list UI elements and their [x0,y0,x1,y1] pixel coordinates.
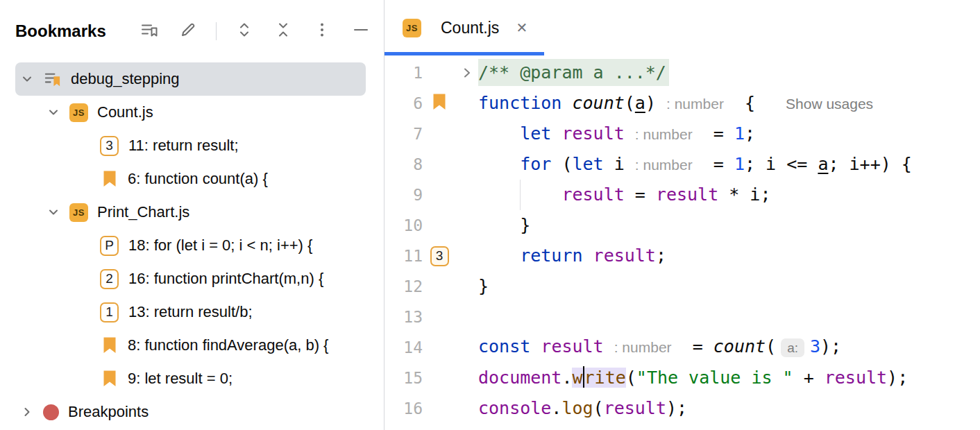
code-token: w [572,368,582,388]
tree-item-label: debug_stepping [71,70,180,88]
tree-item-label: 8: function findAverage(a, b) { [128,336,328,354]
tree-item-label: 13: return result/b; [128,303,253,321]
show-usages-link[interactable]: Show usages [786,96,873,112]
panel-title: Bookmarks [15,22,106,41]
code-line-12[interactable]: 12} [385,271,980,302]
code-token: result [825,368,887,388]
code-token: result [604,398,666,418]
type-inlay-hint: : number [635,157,693,173]
tree-item-18-for-let-i-0-i-n-i[interactable]: P18: for (let i = 0; i < n; i++) { [15,229,366,262]
code-text: } [478,271,489,302]
tree-item-label: 11: return result; [128,137,239,155]
code-line-1[interactable]: 1/** @param a ...*/ [385,58,980,88]
bookmark-list-icon [43,69,62,89]
tree-item-6-function-count-a[interactable]: 6: function count(a) { [15,162,366,196]
code-token [551,123,561,144]
line-number: 13 [385,308,423,326]
code-line-14[interactable]: 14const result : number = count(a:3); [385,332,980,363]
type-inlay-hint: : number [635,126,693,142]
minimize-icon [351,20,371,42]
code-token: 1 [734,123,745,144]
code-token [625,123,635,144]
tree-item-debug-stepping[interactable]: debug_stepping [15,62,366,96]
code-line-16[interactable]: 16console.log(result); [385,393,980,424]
code-token: ( [593,398,604,418]
bookmark-icon [100,369,119,388]
gutter[interactable] [423,93,456,114]
code-line-11[interactable]: 113 return result; [385,241,980,271]
code-token: ; [745,154,766,174]
code-token: = [672,336,713,356]
expand-all-button[interactable] [233,20,255,42]
tree-item-label: 6: function count(a) { [128,170,268,188]
type-inlay-hint: : number [614,339,672,355]
js-file-icon: JS [69,203,88,222]
code-token [583,246,593,266]
code-token: i [766,154,776,174]
tree-item-16-function-printchart-m-n[interactable]: 216: function printChart(m,n) { [15,262,366,295]
code-line-6[interactable]: 6function count(a) : number {Show usages [385,88,980,119]
bookmarks-toolbar [138,20,372,42]
code-line-7[interactable]: 7 let result : number = 1; [385,119,980,149]
line-number: 10 [385,216,423,234]
tree-item-11-return-result[interactable]: 311: return result; [15,129,366,162]
kebab-menu-icon [312,20,332,42]
code-token: document [478,368,561,388]
more-options-button[interactable] [311,20,333,42]
chevron-down-icon[interactable] [46,205,61,220]
bookmarks-tree: debug_steppingJSCount.js311: return resu… [0,62,384,430]
code-token: let [520,123,551,144]
chevron-right-icon[interactable] [19,404,35,420]
code-editor[interactable]: 1/** @param a ...*/6function count(a) : … [385,55,980,430]
code-token [478,154,520,174]
code-token: ); [820,336,841,356]
line-number: 15 [385,369,423,387]
tree-item-print-chart-js[interactable]: JSPrint_Chart.js [15,196,366,229]
new-bookmark-list-button[interactable] [138,20,160,42]
code-token: = [693,154,734,174]
line-number: 6 [385,94,423,112]
code-line-15[interactable]: 15document.write("The value is " + resul… [385,363,980,393]
new-bookmark-list-icon [140,20,159,42]
code-token: a [818,154,828,174]
tree-item-breakpoints[interactable]: Breakpoints [15,395,366,429]
tree-item-9-let-result-0[interactable]: 9: let result = 0; [15,362,366,395]
code-token: = [625,184,656,205]
code-token: + [793,368,825,388]
collapse-all-button[interactable] [272,20,294,42]
line-number: 16 [385,399,423,418]
code-token: result [656,184,718,205]
fold-arrow-icon[interactable] [456,66,478,80]
toolbar-separator [216,22,217,40]
tree-item-count-js[interactable]: JSCount.js [15,96,366,129]
code-token [625,154,635,174]
code-token: <= [776,154,818,174]
code-token [604,336,614,356]
code-line-13[interactable]: 13 [385,302,980,332]
tree-item-label: 16: function printChart(m,n) { [128,270,323,288]
close-tab-icon[interactable]: ✕ [516,19,527,36]
code-token: i [750,184,760,205]
chevron-down-icon[interactable] [19,71,35,87]
code-token: count [713,336,766,356]
tab-count-js[interactable]: JS Count.js ✕ [385,0,544,55]
bookmark-mnemonic-badge: 3 [100,136,119,156]
chevron-down-icon[interactable] [46,105,61,120]
code-token: result [593,246,656,266]
code-line-8[interactable]: 8 for (let i : number = 1; i <= a; i++) … [385,149,980,180]
gutter[interactable]: 3 [423,246,456,266]
tree-item-8-function-findaverage-a-b[interactable]: 8: function findAverage(a, b) { [15,329,366,362]
hide-panel-button[interactable] [350,20,372,42]
edit-description-button[interactable] [177,20,199,42]
code-token: i [850,154,860,174]
code-line-9[interactable]: 9 result = result * i; [385,180,980,210]
code-token: function [478,93,561,113]
collapse-all-icon [273,20,293,42]
editor-panel: JS Count.js ✕ 1/** @param a ...*/6functi… [385,0,980,430]
code-line-10[interactable]: 10 } [385,210,980,241]
code-token: log [561,398,593,418]
tree-item-13-return-result-b[interactable]: 113: return result/b; [15,295,366,329]
code-token: ); [666,398,687,418]
code-token: "The value is " [636,368,793,388]
bookmark-mnemonic-badge: 2 [100,269,119,289]
